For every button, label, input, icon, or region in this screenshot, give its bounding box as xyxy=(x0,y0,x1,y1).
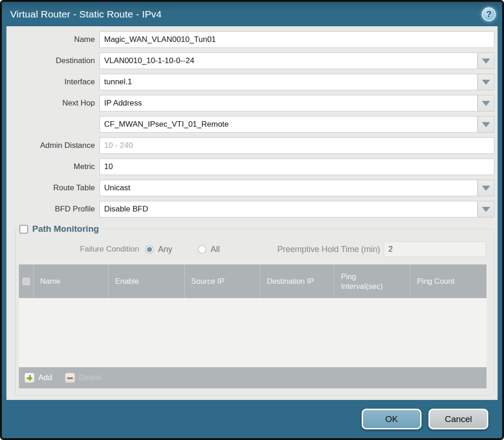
interface-input[interactable] xyxy=(100,74,478,90)
form-row-name: Name xyxy=(6,31,498,48)
table-header: Name Enable Source IP Destination IP Pin… xyxy=(19,264,486,298)
chevron-down-icon xyxy=(482,101,490,106)
path-monitoring-checkbox[interactable] xyxy=(19,225,28,234)
admin-distance-label: Admin Distance xyxy=(6,141,100,150)
table-body-empty xyxy=(19,298,486,367)
add-button[interactable]: Add xyxy=(24,373,52,383)
next-hop-label: Next Hop xyxy=(6,99,100,108)
form-row-admin-distance: Admin Distance xyxy=(6,137,498,154)
form-row-route-table: Route Table xyxy=(6,180,498,196)
admin-distance-input[interactable] xyxy=(100,137,494,154)
metric-label: Metric xyxy=(6,162,100,171)
route-table-dropdown-button[interactable] xyxy=(478,180,494,196)
column-header-ping-interval[interactable]: Ping Interval(sec) xyxy=(334,264,410,298)
preemptive-hold-time-input[interactable] xyxy=(384,241,486,257)
select-all-checkbox[interactable] xyxy=(23,278,30,285)
chevron-down-icon xyxy=(482,122,490,127)
interface-dropdown-button[interactable] xyxy=(478,74,494,90)
add-button-label: Add xyxy=(38,373,52,382)
chevron-down-icon xyxy=(482,59,490,64)
bfd-profile-label: BFD Profile xyxy=(6,205,100,214)
failure-condition-any-label: Any xyxy=(158,245,172,254)
form-row-next-hop-address xyxy=(6,116,498,133)
interface-label: Interface xyxy=(6,77,100,87)
form-row-metric: Metric xyxy=(6,158,498,175)
table-select-all-cell xyxy=(19,264,34,298)
column-header-name[interactable]: Name xyxy=(34,264,109,298)
failure-condition-any-radio[interactable] xyxy=(145,245,154,254)
failure-condition-label: Failure Condition xyxy=(16,245,139,254)
next-hop-type-dropdown-button[interactable] xyxy=(478,95,494,111)
ok-button[interactable]: OK xyxy=(362,409,422,429)
next-hop-address-input[interactable] xyxy=(100,116,478,133)
bfd-profile-dropdown-button[interactable] xyxy=(478,201,494,217)
destination-dropdown-button[interactable] xyxy=(478,53,494,69)
help-icon[interactable]: ? xyxy=(482,7,496,21)
path-monitoring-table: Name Enable Source IP Destination IP Pin… xyxy=(19,264,486,388)
route-table-input[interactable] xyxy=(100,180,478,196)
metric-input[interactable] xyxy=(100,158,494,175)
failure-condition-all-radio[interactable] xyxy=(198,245,206,254)
chevron-down-icon xyxy=(482,207,490,212)
column-header-enable[interactable]: Enable xyxy=(109,264,185,298)
delete-button-label: Delete xyxy=(79,373,101,382)
bfd-profile-input[interactable] xyxy=(100,201,478,217)
path-monitoring-legend: Path Monitoring xyxy=(18,224,103,234)
path-monitoring-title: Path Monitoring xyxy=(32,224,99,234)
static-route-dialog: Virtual Router - Static Route - IPv4 ? N… xyxy=(0,0,504,440)
failure-condition-all-label: All xyxy=(211,245,220,254)
destination-label: Destination xyxy=(6,56,100,65)
chevron-down-icon xyxy=(482,80,490,85)
form-row-bfd-profile: BFD Profile xyxy=(6,201,498,217)
failure-condition-row: Failure Condition Any All Preemptive Hol… xyxy=(16,241,486,257)
plus-icon xyxy=(24,373,35,383)
form-row-interface: Interface xyxy=(6,74,498,90)
minus-icon xyxy=(65,373,75,383)
preemptive-hold-time-label: Preemptive Hold Time (min) xyxy=(277,245,380,254)
column-header-source-ip[interactable]: Source IP xyxy=(185,264,260,298)
cancel-button[interactable]: Cancel xyxy=(428,409,488,429)
name-label: Name xyxy=(6,35,100,44)
dialog-title: Virtual Router - Static Route - IPv4 xyxy=(10,9,482,20)
delete-button[interactable]: Delete xyxy=(65,373,101,383)
path-monitoring-section: Path Monitoring Failure Condition Any Al… xyxy=(15,224,494,395)
table-footer: Add Delete xyxy=(19,367,486,388)
dialog-content: Name Destination Interface xyxy=(6,26,498,400)
next-hop-address-dropdown-button[interactable] xyxy=(478,116,494,133)
form-row-destination: Destination xyxy=(6,53,498,69)
form-row-next-hop: Next Hop xyxy=(6,95,498,111)
dialog-footer: OK Cancel xyxy=(2,400,502,438)
column-header-ping-count[interactable]: Ping Count xyxy=(410,264,486,298)
next-hop-type-input[interactable] xyxy=(100,95,478,111)
dialog-titlebar: Virtual Router - Static Route - IPv4 ? xyxy=(2,2,502,26)
chevron-down-icon xyxy=(482,186,490,191)
column-header-destination-ip[interactable]: Destination IP xyxy=(260,264,334,298)
name-input[interactable] xyxy=(100,31,494,48)
destination-input[interactable] xyxy=(100,53,478,69)
route-table-label: Route Table xyxy=(6,183,100,193)
